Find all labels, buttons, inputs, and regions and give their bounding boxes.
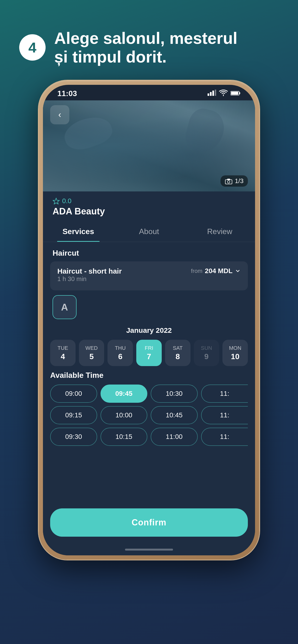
service-item[interactable]: Haircut - short hair 1 h 30 min from 204… xyxy=(50,262,248,290)
day-sun: SUN 9 xyxy=(194,340,219,366)
day-wed[interactable]: WED 5 xyxy=(79,340,104,366)
svg-rect-5 xyxy=(239,92,240,94)
day-sat[interactable]: SAT 8 xyxy=(165,340,191,366)
step-title: Alege salonul, mesterul și timpul dorit. xyxy=(54,29,237,66)
salon-name-section: 0.0 ADA Beauty xyxy=(53,197,105,216)
time-slot-0900[interactable]: 09:00 xyxy=(50,384,97,403)
step-header: 4 Alege salonul, mesterul și timpul dori… xyxy=(0,29,256,66)
time-slot-0915[interactable]: 09:15 xyxy=(50,406,97,424)
tabs-bar: Services About Review xyxy=(43,220,255,242)
svg-rect-6 xyxy=(231,92,238,95)
time-slot-1000[interactable]: 10:00 xyxy=(100,406,147,424)
time-slot-11b[interactable]: 11: xyxy=(201,406,248,424)
time-section: Available Time 09:00 09:45 10:30 11: 09:… xyxy=(43,371,255,504)
svg-rect-1 xyxy=(210,92,212,96)
staff-avatar[interactable]: A xyxy=(53,295,77,319)
wifi-icon xyxy=(219,89,228,98)
time-slot-1030[interactable]: 10:30 xyxy=(151,384,198,403)
status-time: 11:03 xyxy=(57,89,77,98)
status-icons xyxy=(208,89,241,98)
time-slot-1045[interactable]: 10:45 xyxy=(151,406,198,424)
svg-point-8 xyxy=(227,181,230,183)
time-slot-1100[interactable]: 11:00 xyxy=(151,428,198,446)
svg-rect-7 xyxy=(225,180,232,184)
time-slot-0945[interactable]: 09:45 xyxy=(100,384,147,403)
salon-name: ADA Beauty xyxy=(53,206,105,216)
time-slot-11c[interactable]: 11: xyxy=(201,428,248,446)
svg-rect-3 xyxy=(215,90,216,96)
confirm-button[interactable]: Confirm xyxy=(50,508,248,537)
phone-wrapper: 11:03 xyxy=(0,80,298,644)
phone-screen: 11:03 xyxy=(43,85,255,555)
time-slot-1015[interactable]: 10:15 xyxy=(100,428,147,446)
time-grid-row3: 09:30 10:15 11:00 11: xyxy=(50,428,248,446)
tab-services[interactable]: Services xyxy=(43,220,114,242)
time-slot-11a[interactable]: 11: xyxy=(201,384,248,403)
hero-image: ‹ 1/3 xyxy=(43,100,255,192)
back-button[interactable]: ‹ xyxy=(50,105,69,124)
days-row: TUE 4 WED 5 THU 6 FRI 7 xyxy=(50,340,248,366)
staff-row: A xyxy=(43,293,255,324)
battery-icon xyxy=(231,90,241,98)
day-tue[interactable]: TUE 4 xyxy=(50,340,76,366)
salon-rating: 0.0 xyxy=(53,197,105,205)
day-fri[interactable]: FRI 7 xyxy=(136,340,162,366)
time-grid-row1: 09:00 09:45 10:30 11: xyxy=(50,384,248,403)
confirm-section: Confirm xyxy=(43,504,255,546)
content-area: Haircut Haircut - short hair 1 h 30 min … xyxy=(43,242,255,555)
svg-rect-0 xyxy=(208,94,209,96)
signal-icon xyxy=(208,90,216,98)
phone-notch xyxy=(115,85,183,97)
time-slot-0930[interactable]: 09:30 xyxy=(50,428,97,446)
service-row: Haircut - short hair 1 h 30 min from 204… xyxy=(57,267,241,283)
svg-rect-2 xyxy=(212,90,214,96)
time-grid-row2: 09:15 10:00 10:45 11: xyxy=(50,406,248,424)
service-name: Haircut - short hair 1 h 30 min xyxy=(57,267,122,283)
service-price: from 204 MDL xyxy=(191,267,241,275)
svg-rect-9 xyxy=(227,179,230,180)
time-title: Available Time xyxy=(50,371,248,380)
day-thu[interactable]: THU 6 xyxy=(107,340,133,366)
home-indicator xyxy=(125,549,173,550)
day-mon[interactable]: MON 10 xyxy=(222,340,248,366)
step-number: 4 xyxy=(19,34,46,60)
phone-mockup: 11:03 xyxy=(39,80,259,560)
photo-counter: 1/3 xyxy=(221,176,248,187)
section-header: Haircut xyxy=(43,242,255,262)
calendar-section: January 2022 TUE 4 WED 5 THU 6 xyxy=(43,324,255,371)
calendar-title: January 2022 xyxy=(50,326,248,334)
tab-about[interactable]: About xyxy=(114,220,185,242)
tab-review[interactable]: Review xyxy=(184,220,255,242)
salon-info: 0.0 ADA Beauty xyxy=(43,192,255,220)
